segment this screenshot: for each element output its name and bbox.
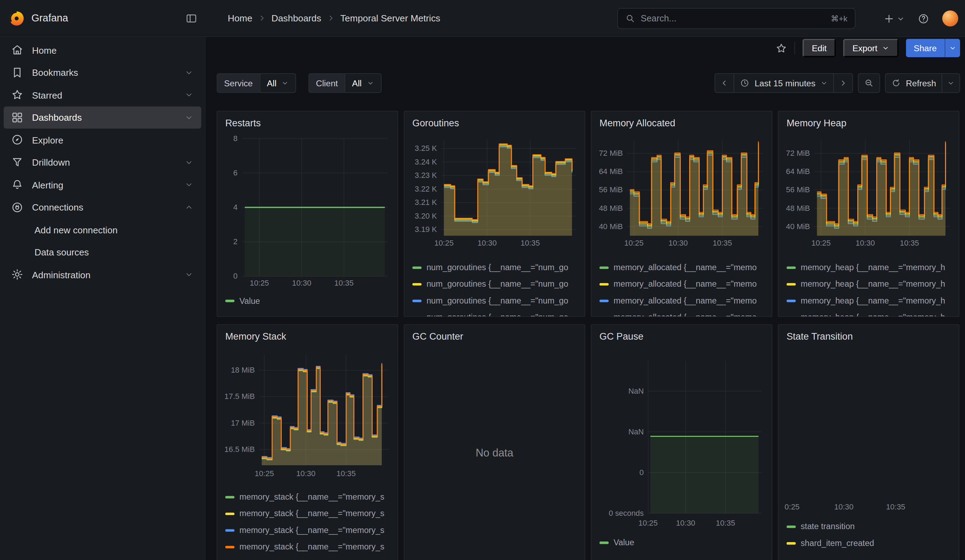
goroutines-chart[interactable]: 10:2510:3010:353.25 K3.24 K3.23 K3.22 K3… [411, 136, 580, 250]
memory-heap-chart[interactable]: 10:2510:3010:3572 MiB64 MiB56 MiB48 MiB4… [785, 136, 954, 250]
svg-text:48 MiB: 48 MiB [786, 204, 810, 213]
sidebar-item-drilldown[interactable]: Drilldown [4, 151, 201, 174]
legend-swatch [599, 316, 608, 317]
refresh-group: Refresh [885, 73, 960, 93]
legend-item[interactable]: Value [599, 534, 770, 550]
search-box[interactable]: ⌘+k [617, 8, 855, 29]
svg-text:10:30: 10:30 [676, 519, 695, 527]
legend-item[interactable]: memory_heap {__name__="memory_h [787, 259, 958, 276]
sidebar-item-label: Drilldown [32, 157, 70, 168]
refresh-icon [891, 78, 901, 88]
legend-item[interactable]: Value [225, 294, 396, 309]
memory-stack-legend: memory_stack {__name__="memory_smemory_s… [225, 489, 396, 555]
legend-item[interactable]: num_goroutines {__name__="num_go [412, 309, 584, 317]
svg-text:16.5 MiB: 16.5 MiB [224, 445, 255, 454]
legend-item[interactable]: memory_allocated {__name__="memo [599, 309, 770, 317]
variable-service-select[interactable]: All [260, 73, 296, 93]
panel-title[interactable]: Memory Allocated [591, 111, 772, 129]
chevron-down-icon[interactable] [185, 90, 193, 99]
user-avatar[interactable] [942, 11, 958, 27]
svg-text:10:35: 10:35 [334, 279, 354, 287]
breadcrumb-dashboards[interactable]: Dashboards [271, 13, 321, 23]
memory-allocated-chart[interactable]: 10:2510:3010:3572 MiB64 MiB56 MiB48 MiB4… [598, 136, 767, 250]
legend-item[interactable]: memory_allocated {__name__="memo [599, 292, 770, 309]
state-transition-chart[interactable]: 0:2510:3010:35 [785, 352, 954, 514]
dock-menu-toggle-icon[interactable] [185, 12, 198, 24]
sidebar-item-add-new-connection[interactable]: Add new connection [4, 219, 201, 241]
legend-item[interactable]: memory_heap {__name__="memory_h [787, 292, 958, 309]
panel-title[interactable]: GC Counter [404, 325, 585, 342]
sidebar-item-connections[interactable]: Connections [4, 196, 201, 219]
share-menu-caret[interactable] [945, 39, 960, 57]
restarts-chart[interactable]: 10:2510:3010:3586420 [224, 135, 393, 289]
sidebar-item-administration[interactable]: Administration [4, 263, 201, 286]
time-shift-back-button[interactable] [715, 73, 734, 93]
svg-text:18 MiB: 18 MiB [231, 366, 255, 374]
breadcrumb-home[interactable]: Home [228, 13, 252, 23]
favorite-star-button[interactable] [775, 42, 787, 54]
panel-title[interactable]: Goroutines [404, 111, 585, 129]
svg-text:4: 4 [233, 203, 237, 212]
legend-item[interactable]: num_goroutines {__name__="num_go [412, 259, 584, 276]
time-range-picker-button[interactable]: Last 15 minutes [734, 73, 834, 93]
sidebar-item-alerting[interactable]: Alerting [4, 174, 201, 196]
panel-title[interactable]: Memory Heap [779, 111, 959, 129]
sidebar-item-data-sources[interactable]: Data sources [4, 241, 201, 263]
chevron-down-icon[interactable] [185, 113, 193, 122]
legend-item[interactable]: memory_stack {__name__="memory_s [225, 522, 396, 538]
legend-item[interactable]: memory_stack {__name__="memory_s [225, 505, 396, 522]
help-button[interactable] [918, 13, 929, 24]
legend-item[interactable]: memory_allocated {__name__="memo [599, 259, 770, 276]
legend-swatch [787, 316, 795, 317]
chevron-up-icon[interactable] [185, 203, 193, 212]
legend-item[interactable]: memory_heap {__name__="memory_h [787, 276, 958, 292]
grafana-logo[interactable] [9, 10, 25, 26]
chevron-down-icon[interactable] [185, 270, 193, 279]
legend-item[interactable]: memory_stack {__name__="memory_s [225, 489, 396, 505]
memory-stack-chart[interactable]: 10:2510:3010:3518 MiB17.5 MiB17 MiB16.5 … [224, 349, 393, 481]
svg-text:10:35: 10:35 [716, 519, 735, 527]
legend-swatch [599, 266, 608, 269]
svg-text:10:30: 10:30 [478, 238, 497, 247]
legend-item[interactable]: memory_stack {__name__="memory_s [225, 539, 396, 555]
variable-client-select[interactable]: All [345, 73, 381, 93]
sidebar-item-dashboards[interactable]: Dashboards [4, 106, 201, 129]
refresh-button[interactable]: Refresh [885, 73, 942, 93]
edit-button[interactable]: Edit [803, 39, 836, 57]
panel-title[interactable]: Restarts [217, 111, 397, 129]
time-controls: Last 15 minutes [715, 73, 960, 93]
refresh-interval-caret[interactable] [942, 73, 960, 93]
time-shift-forward-button[interactable] [833, 73, 853, 93]
legend-item[interactable]: state transition [787, 518, 958, 535]
search-input[interactable] [641, 14, 825, 23]
svg-text:3.20 K: 3.20 K [415, 212, 437, 220]
clock-icon [740, 78, 749, 88]
svg-text:10:30: 10:30 [834, 503, 854, 511]
search-icon [625, 14, 635, 23]
legend-label: memory_heap {__name__="memory_h [801, 263, 945, 272]
panel-title[interactable]: Memory Stack [217, 325, 397, 342]
dashboard-toolbar: Edit Export Share [775, 37, 960, 59]
legend-item[interactable]: num_goroutines {__name__="num_go [412, 292, 584, 309]
new-menu-button[interactable] [883, 13, 904, 24]
svg-text:40 MiB: 40 MiB [786, 222, 810, 231]
zoom-out-time-button[interactable] [858, 73, 880, 93]
panel-title[interactable]: State Transition [779, 325, 959, 342]
gc-pause-chart[interactable]: 10:2510:3010:35NaNNaN00 seconds [598, 352, 767, 531]
legend-item[interactable]: memory_heap {__name__="memory_h [787, 309, 958, 317]
sidebar-item-explore[interactable]: Explore [4, 129, 201, 151]
share-button[interactable]: Share [906, 39, 945, 57]
sidebar-item-home[interactable]: Home [4, 39, 201, 61]
chevron-down-icon[interactable] [185, 68, 193, 77]
legend-item[interactable]: memory_allocated {__name__="memo [599, 276, 770, 292]
panel-title[interactable]: GC Pause [591, 325, 772, 342]
svg-text:3.24 K: 3.24 K [415, 158, 437, 166]
legend-item[interactable]: shard_item_created [787, 535, 958, 551]
chevron-down-icon[interactable] [185, 180, 193, 189]
sidebar-item-starred[interactable]: Starred [4, 84, 201, 106]
chevron-down-icon[interactable] [185, 158, 193, 167]
sidebar-item-bookmarks[interactable]: Bookmarks [4, 61, 201, 84]
legend-item[interactable]: num_goroutines {__name__="num_go [412, 276, 584, 292]
refresh-button-label: Refresh [906, 78, 936, 88]
export-button[interactable]: Export [843, 39, 898, 57]
